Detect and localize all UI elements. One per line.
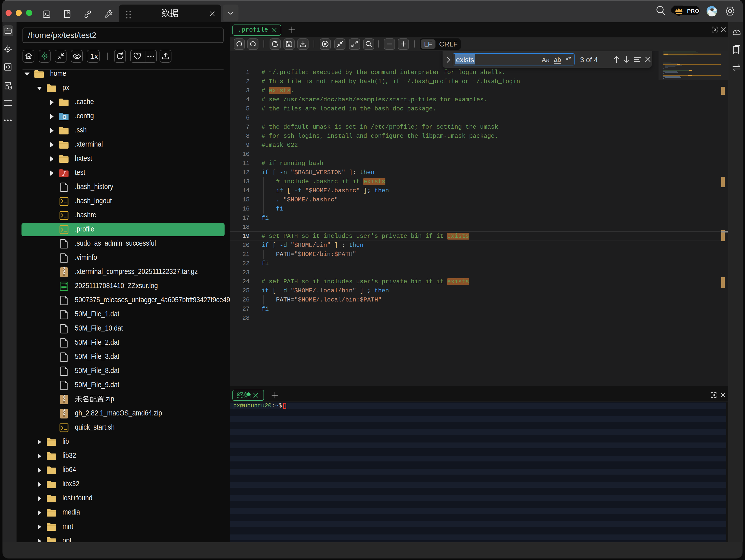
svg-text:PRO: PRO [687, 8, 700, 14]
